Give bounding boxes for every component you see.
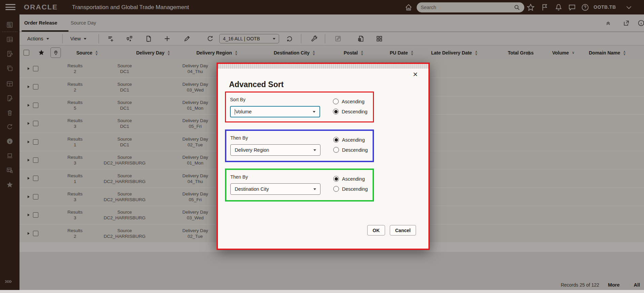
sort-by-section: Sort By Volume Ascending Descending <box>225 91 374 122</box>
then-by-value-2: Destination City <box>235 186 269 192</box>
dialog-buttons: OK Cancel <box>367 225 416 235</box>
ascending-radio[interactable]: Ascending <box>333 99 368 104</box>
application-window: ORACLE Transportation and Global Trade M… <box>0 0 644 293</box>
text-cursor <box>235 109 235 115</box>
chevron-down-icon <box>313 188 316 190</box>
radio-icon[interactable] <box>333 99 339 104</box>
ascending-radio[interactable]: Ascending <box>333 137 368 143</box>
descending-radio[interactable]: Descending <box>333 147 368 153</box>
then-by-label: Then By <box>230 135 248 141</box>
then-by-direction-group-1: Ascending Descending <box>333 137 368 153</box>
close-icon[interactable]: × <box>413 71 418 78</box>
radio-selected-icon[interactable] <box>333 109 339 114</box>
radio-selected-icon[interactable] <box>333 176 339 182</box>
sort-by-label: Sort By <box>230 97 245 102</box>
sort-by-select[interactable]: Volume <box>230 106 320 117</box>
then-by-section-2: Then By Destination City Ascending Desce… <box>225 169 374 202</box>
then-by-value-1: Delivery Region <box>235 147 269 153</box>
descending-radio[interactable]: Descending <box>333 109 368 114</box>
radio-icon[interactable] <box>333 186 339 192</box>
ascending-radio[interactable]: Ascending <box>333 176 368 182</box>
dialog-title: Advanced Sort <box>229 80 283 89</box>
advanced-sort-dialog: × Advanced Sort Sort By Volume Ascending… <box>217 63 430 250</box>
then-by-section-1: Then By Delivery Region Ascending Descen… <box>225 130 374 162</box>
descending-radio[interactable]: Descending <box>333 186 368 192</box>
sort-by-direction-group: Ascending Descending <box>333 99 368 114</box>
cancel-button[interactable]: Cancel <box>390 225 416 235</box>
sort-by-value: Volume <box>235 109 252 114</box>
bottom-edge-strip <box>0 290 644 293</box>
then-by-direction-group-2: Ascending Descending <box>333 176 368 192</box>
then-by-select-1[interactable]: Delivery Region <box>230 144 320 156</box>
then-by-label: Then By <box>230 174 248 180</box>
chevron-down-icon <box>313 111 315 113</box>
dialog-drag-handle[interactable] <box>218 64 428 69</box>
radio-icon[interactable] <box>333 147 339 153</box>
radio-selected-icon[interactable] <box>333 137 339 143</box>
chevron-down-icon <box>313 149 316 151</box>
ok-button[interactable]: OK <box>367 225 385 235</box>
then-by-select-2[interactable]: Destination City <box>230 183 320 195</box>
